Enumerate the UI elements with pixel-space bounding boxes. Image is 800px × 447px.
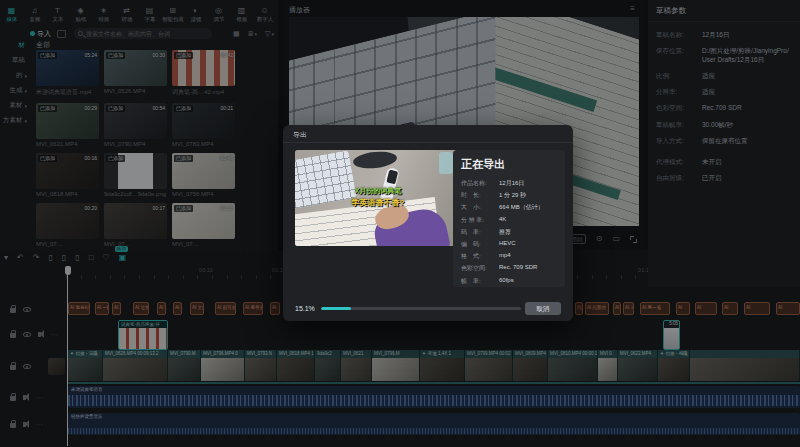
- preview-caption-line2: 学英语香不香?: [295, 197, 461, 208]
- export-progress-row: 15.1% 取消: [295, 301, 561, 315]
- export-field-value: 4K: [499, 216, 557, 225]
- export-field-label: 色彩空间:: [461, 264, 499, 273]
- export-field-row: 编 码: HEVC: [461, 240, 557, 249]
- export-field-value: 664 MB（估计）: [499, 203, 557, 212]
- export-field-label: 格 式:: [461, 252, 499, 261]
- dialog-title: 导出: [293, 130, 307, 140]
- export-field-label: 编 码:: [461, 240, 499, 249]
- export-field-label: 分 辨 率:: [461, 216, 499, 225]
- export-field-value: 推荐: [499, 228, 557, 237]
- export-field-label: 码 率:: [461, 228, 499, 237]
- export-field-row: 作品名称: 12月16日: [461, 179, 557, 188]
- export-field-row: 帧 率: 60fps: [461, 277, 557, 286]
- export-field-label: 大 小:: [461, 203, 499, 212]
- export-fields: 作品名称: 12月16日 时 长: 1 分 29 秒 大 小: 664 MB（估…: [461, 179, 557, 286]
- preview-caption-line1: X月份的词典笔: [295, 186, 461, 196]
- export-field-row: 时 长: 1 分 29 秒: [461, 191, 557, 200]
- export-info: 正在导出 作品名称: 12月16日 时 长: 1 分 29 秒 大 小: 664…: [453, 150, 565, 287]
- export-field-value: 1 分 29 秒: [499, 191, 557, 200]
- progress-bar: [321, 307, 521, 310]
- export-field-row: 码 率: 推荐: [461, 228, 557, 237]
- export-field-value: mp4: [499, 252, 557, 261]
- progress-fill: [321, 307, 351, 310]
- export-field-value: Rec. 709 SDR: [499, 264, 557, 273]
- preview-bottle: [439, 152, 453, 174]
- progress-percent: 15.1%: [295, 305, 317, 312]
- export-field-row: 大 小: 664 MB（估计）: [461, 203, 557, 212]
- app-window: ▦ 媒体 ♫ 音频 T 文本 ◈ 贴纸 ∗ 特效 ⇄ 转场: [0, 0, 800, 447]
- export-field-row: 分 辨 率: 4K: [461, 216, 557, 225]
- export-field-value: 60fps: [499, 277, 557, 286]
- export-dialog: 导出 X月份的词典笔 学英语香不香? 正在导出 作品名称: 12月16日: [283, 125, 573, 321]
- export-status-heading: 正在导出: [461, 157, 557, 172]
- export-field-label: 帧 率:: [461, 277, 499, 286]
- export-field-label: 作品名称:: [461, 179, 499, 188]
- export-field-value: 12月16日: [499, 179, 557, 188]
- cancel-button[interactable]: 取消: [525, 302, 561, 315]
- export-field-value: HEVC: [499, 240, 557, 249]
- export-preview: X月份的词典笔 学英语香不香?: [295, 150, 461, 246]
- dialog-divider: [283, 142, 573, 143]
- export-field-row: 格 式: mp4: [461, 252, 557, 261]
- export-field-label: 时 长:: [461, 191, 499, 200]
- export-field-row: 色彩空间: Rec. 709 SDR: [461, 264, 557, 273]
